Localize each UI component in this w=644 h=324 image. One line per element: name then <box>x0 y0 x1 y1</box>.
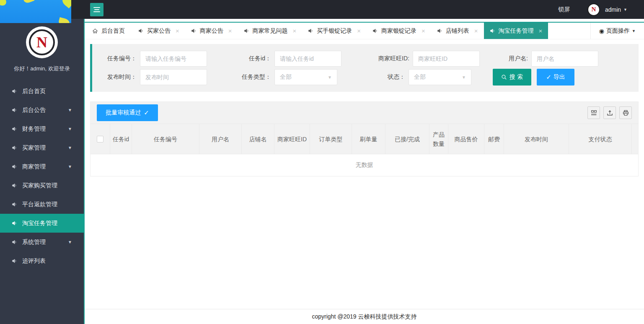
close-icon[interactable]: × <box>228 27 232 34</box>
close-icon[interactable]: × <box>176 27 179 34</box>
task-type-value: 全部 <box>280 73 292 81</box>
tab-label: 买家公告 <box>147 27 171 35</box>
sidebar-item-label: 系统管理 <box>22 238 46 246</box>
username-label[interactable]: admin <box>605 6 621 13</box>
table-header-row: 任务id 任务编号 用户名 店铺名 商家旺旺ID 订单类型 刷单量 已接/完成 … <box>91 124 638 154</box>
speaker-icon <box>12 88 17 94</box>
speaker-icon <box>244 28 249 34</box>
sidebar-item-label: 买家管理 <box>22 144 46 152</box>
status-select[interactable]: 全部 ▼ <box>409 69 471 85</box>
tab-label: 店铺列表 <box>446 27 469 35</box>
printer-icon <box>623 110 629 116</box>
username-input[interactable] <box>531 51 598 67</box>
filter-task-id: 任务id： <box>230 51 341 67</box>
export-button[interactable]: ✓ 导出 <box>537 69 574 86</box>
filter-row-1: 任务编号： 任务id： 商家旺旺ID: 用户名: <box>92 49 639 68</box>
brand-logo: N <box>26 26 58 58</box>
sidebar-item-taobao-tasks[interactable]: 淘宝任务管理 <box>0 214 84 233</box>
print-button[interactable] <box>619 106 632 119</box>
lock-screen-button[interactable]: 锁屏 <box>558 6 570 13</box>
close-icon[interactable]: × <box>474 27 478 34</box>
filter-status: 状态： 全部 ▼ <box>362 69 471 85</box>
sidebar-item-merchants[interactable]: 商家管理 ▼ <box>0 157 84 176</box>
filter-panel: 任务编号： 任务id： 商家旺旺ID: 用户名: 发布时间： 任务类型 <box>90 44 639 92</box>
col-filler <box>632 124 638 154</box>
sidebar-item-announcements[interactable]: 后台公告 ▼ <box>0 101 84 119</box>
tab-merchant-announcements[interactable]: 商家公告 × <box>185 23 238 39</box>
chevron-down-icon: ▼ <box>68 164 72 169</box>
tab-shop-list[interactable]: 店铺列表 × <box>431 23 484 39</box>
speaker-icon <box>437 28 442 34</box>
tab-label: 淘宝任务管理 <box>499 27 534 35</box>
speaker-icon <box>191 28 197 34</box>
username-label: 用户名: <box>499 55 528 62</box>
leaf-decoration-icon <box>61 0 71 8</box>
tab-taobao-tasks[interactable]: 淘宝任务管理 × <box>484 23 548 39</box>
sidebar-item-dashboard[interactable]: 后台首页 <box>0 82 84 101</box>
tab-label: 商家常见问题 <box>253 27 288 35</box>
close-icon[interactable]: × <box>422 27 425 34</box>
batch-approve-button[interactable]: 批量审核通过 ✓ <box>97 104 158 121</box>
chevron-down-icon: ▼ <box>632 29 636 33</box>
task-type-select[interactable]: 全部 ▼ <box>274 69 337 85</box>
close-icon[interactable]: × <box>357 27 361 34</box>
speaker-icon <box>490 28 495 34</box>
search-icon <box>501 74 507 80</box>
sidebar-item-buyers[interactable]: 买家管理 ▼ <box>0 138 84 157</box>
speaker-icon <box>12 258 17 264</box>
export-table-button[interactable] <box>603 106 616 119</box>
avatar[interactable]: N <box>587 3 600 16</box>
tab-label: 后台首页 <box>101 27 125 35</box>
page-actions-dropdown[interactable]: ◉ 页面操作 ▼ <box>590 23 644 39</box>
tab-label: 商家公告 <box>200 27 223 35</box>
task-table-card: 批量审核通过 ✓ 任务id 任务编号 用户名 店铺名 <box>90 101 639 176</box>
col-wangwang-id: 商家旺旺ID <box>274 124 310 154</box>
tab-buyer-announcements[interactable]: 买家公告 × <box>132 23 185 39</box>
filter-columns-button[interactable] <box>587 106 600 119</box>
sidebar: N 你好！admin, 欢迎登录 后台首页 后台公告 ▼ 财务管理 ▼ 买家管理… <box>0 19 84 324</box>
task-id-input[interactable] <box>274 51 341 67</box>
speaker-icon <box>12 126 17 132</box>
sidebar-item-finance[interactable]: 财务管理 ▼ <box>0 119 84 138</box>
select-all-checkbox[interactable] <box>97 136 103 143</box>
tab-merchant-faq[interactable]: 商家常见问题 × <box>238 23 303 39</box>
sidebar-profile: N 你好！admin, 欢迎登录 <box>0 19 84 78</box>
sidebar-item-buyer-purchases[interactable]: 买家购买管理 <box>0 176 84 195</box>
publish-time-input[interactable] <box>140 69 207 85</box>
tab-label: 商家银锭记录 <box>381 27 416 35</box>
speaker-icon <box>12 202 17 207</box>
sidebar-item-system[interactable]: 系统管理 ▼ <box>0 233 84 251</box>
tab-dashboard[interactable]: 后台首页 <box>85 23 132 39</box>
table-toolbar: 批量审核通过 ✓ <box>91 102 638 124</box>
col-accepted-completed: 已接/完成 <box>385 124 429 154</box>
tab-buyer-ingot-records[interactable]: 买手银锭记录 × <box>302 23 367 39</box>
speaker-icon <box>12 220 17 226</box>
task-no-input[interactable] <box>140 51 207 67</box>
user-menu-caret-icon[interactable]: ▼ <box>623 8 627 12</box>
search-button-label: 搜 索 <box>510 73 523 81</box>
chevron-down-icon: ▼ <box>68 240 72 244</box>
wangwang-id-input[interactable] <box>413 51 480 67</box>
sidebar-item-label: 后台首页 <box>22 88 46 95</box>
search-button[interactable]: 搜 索 <box>493 69 531 86</box>
page-actions-label: 页面操作 <box>606 27 630 35</box>
tab-bar: 后台首页 买家公告 × 商家公告 × 商家常见问题 × 买手银锭记录 × 商家银… <box>85 22 644 39</box>
speaker-icon <box>12 183 17 188</box>
speaker-icon <box>12 239 17 245</box>
tab-merchant-ingot-records[interactable]: 商家银锭记录 × <box>367 23 431 39</box>
chevron-down-icon: ▼ <box>68 127 72 131</box>
leaf-decoration-icon <box>0 0 8 8</box>
sidebar-item-label: 追评列表 <box>22 257 46 265</box>
hamburger-menu-icon[interactable] <box>90 3 103 16</box>
sidebar-item-followup-reviews[interactable]: 追评列表 <box>0 251 84 270</box>
col-order-type: 订单类型 <box>310 124 352 154</box>
col-product-price: 商品售价 <box>448 124 484 154</box>
columns-grid-icon <box>591 110 597 116</box>
close-icon[interactable]: × <box>293 27 297 34</box>
sidebar-item-platform-refunds[interactable]: 平台返款管理 <box>0 195 84 214</box>
tab-label: 买手银锭记录 <box>317 27 352 35</box>
check-icon: ✓ <box>546 73 551 81</box>
leaf-decoration-icon <box>58 17 70 23</box>
close-icon[interactable]: × <box>539 27 543 34</box>
home-icon <box>92 28 98 34</box>
